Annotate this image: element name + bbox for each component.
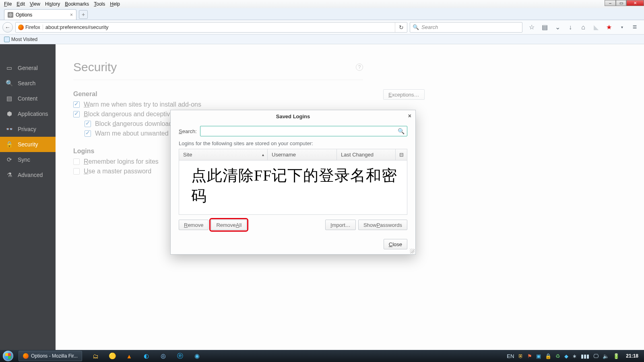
annotation-overlay: 点此清除FF记下的登录名和密码	[191, 165, 397, 207]
dropdown-icon[interactable]: ▾	[618, 25, 625, 29]
saved-logins-dialog: Saved Logins × Search: 🔍 Logins for the …	[170, 110, 416, 255]
reload-button[interactable]: ↻	[395, 23, 407, 32]
tray-clock[interactable]: 21:18	[623, 353, 641, 359]
menu-view[interactable]: View	[27, 0, 43, 8]
url-bar[interactable]: Firefox about:preferences#security ↻	[15, 22, 407, 33]
menu-file[interactable]: FFileile	[2, 0, 14, 8]
menu-tools[interactable]: Tools	[91, 0, 107, 8]
search-icon: 🔍	[6, 80, 13, 87]
page-title: Security ?	[73, 60, 363, 80]
menu-bookmarks[interactable]: Bookmarks	[62, 0, 91, 8]
bookmark-star-icon[interactable]: ☆	[528, 23, 535, 31]
sidebar-item-search[interactable]: 🔍Search	[0, 76, 56, 91]
logins-table-body: 点此清除FF记下的登录名和密码	[179, 160, 407, 214]
dialog-description: Logins for the following sites are store…	[179, 140, 407, 146]
label-warn-addons: Warn me when sites try to install add-on…	[84, 101, 201, 108]
ql-icon-4[interactable]: ◐	[142, 352, 150, 360]
taskbar-firefox[interactable]: Options - Mozilla Fir...	[19, 351, 82, 361]
dialog-search-input[interactable]: 🔍	[200, 126, 407, 136]
tab-options[interactable]: Options ×	[4, 9, 76, 20]
show-passwords-button[interactable]: Show Passwords	[358, 220, 407, 230]
svg-point-0	[10, 14, 11, 16]
pocket-icon[interactable]: ⌄	[554, 23, 561, 31]
label-block-downloads: Block dangerous downloads	[95, 120, 175, 128]
menu-edit[interactable]: Edit	[14, 0, 27, 8]
sidebar-item-advanced[interactable]: ⚗Advanced	[0, 167, 56, 183]
search-icon: 🔍	[410, 24, 421, 30]
tray-cube-icon[interactable]: ▣	[536, 353, 541, 359]
menu-history[interactable]: History	[43, 0, 62, 8]
tray-battery-icon[interactable]: 🔋	[613, 353, 619, 359]
section-general-heading: General	[73, 90, 628, 98]
tray-wifi-icon[interactable]: ▮▮▮	[581, 353, 589, 359]
tray-monitor-icon[interactable]: 🖵	[593, 353, 599, 359]
ql-icon-1[interactable]: 🗂	[92, 352, 99, 360]
window-close-button[interactable]: ✕	[626, 0, 644, 6]
remove-button[interactable]: Remove	[179, 220, 208, 230]
col-site[interactable]: Site▴	[179, 149, 268, 160]
search-placeholder: Search	[421, 24, 438, 30]
tray-shield-icon[interactable]: ⛨	[518, 353, 523, 359]
checkbox-warn-addons[interactable]	[73, 101, 80, 108]
sidebar-item-general[interactable]: ▭General	[0, 60, 56, 76]
checkbox-remember-logins[interactable]	[73, 158, 80, 165]
bookmark-star-red-icon[interactable]: ★	[605, 23, 613, 31]
dialog-close-icon[interactable]: ×	[408, 113, 411, 119]
window-maximize-button[interactable]: ▭	[616, 0, 626, 6]
ql-icon-5[interactable]: ◎	[159, 352, 167, 360]
tray-lock-icon[interactable]: 🔒	[545, 353, 551, 359]
ql-icon-7[interactable]: ◉	[193, 352, 200, 360]
checkbox-warn-unwanted[interactable]	[85, 130, 91, 137]
logins-table: Site▴ Username Last Changed ⊟ 点此清除FF记下的登…	[179, 149, 407, 215]
back-button[interactable]: ←	[2, 22, 13, 33]
ql-icon-3[interactable]: ▲	[126, 352, 133, 360]
sidebar-item-privacy[interactable]: 👓Privacy	[0, 121, 56, 137]
app-menu-button[interactable]: ≡	[631, 23, 638, 31]
import-button[interactable]: Import…	[325, 220, 356, 230]
downloads-icon[interactable]: ↓	[567, 24, 574, 31]
tray-lang[interactable]: EN	[507, 353, 514, 359]
close-button[interactable]: Close	[384, 239, 407, 249]
bookmark-folder-icon	[4, 37, 10, 42]
col-username[interactable]: Username	[268, 149, 337, 160]
ql-ie-icon[interactable]: ⓔ	[176, 352, 184, 360]
sidebar-item-content[interactable]: ▤Content	[0, 91, 56, 106]
sort-asc-icon: ▴	[262, 152, 264, 157]
tray-sync-icon[interactable]: ♻	[555, 353, 560, 359]
bookmark-most-visited[interactable]: Most Visited	[4, 37, 37, 42]
search-icon: 🔍	[398, 128, 405, 134]
system-tray: EN ⛨ ⚑ ▣ 🔒 ♻ ◆ ∗ ▮▮▮ 🖵 🔈 🔋 21:18	[507, 353, 644, 359]
tab-label: Options	[16, 12, 32, 18]
reading-list-icon[interactable]: ▤	[541, 23, 548, 31]
checkbox-master-password[interactable]	[73, 168, 80, 175]
sidebar-item-security[interactable]: 🔒Security	[0, 137, 56, 152]
sidebar-item-sync[interactable]: ⟳Sync	[0, 152, 56, 167]
ql-chrome-icon[interactable]: 🟡	[109, 352, 116, 360]
col-toggle-icon[interactable]: ⊟	[396, 149, 407, 160]
send-icon[interactable]: ◣	[592, 23, 600, 31]
col-last-changed[interactable]: Last Changed	[337, 149, 396, 160]
checkbox-block-dangerous[interactable]	[73, 111, 80, 117]
help-icon[interactable]: ?	[356, 64, 363, 71]
window-minimize-button[interactable]: –	[605, 0, 616, 6]
search-bar[interactable]: 🔍 Search	[410, 22, 522, 33]
navigation-toolbar: ← Firefox about:preferences#security ↻ 🔍…	[0, 20, 644, 35]
tray-bluetooth-icon[interactable]: ∗	[572, 353, 577, 359]
start-button[interactable]	[0, 350, 16, 362]
windows-taskbar: Options - Mozilla Fir... 🗂 🟡 ▲ ◐ ◎ ⓔ ◉ E…	[0, 350, 644, 362]
checkbox-block-downloads[interactable]	[85, 121, 91, 127]
label-remember-logins: Remember logins for sites	[84, 158, 159, 165]
new-tab-button[interactable]: +	[79, 10, 88, 19]
resize-grip-icon[interactable]	[410, 249, 415, 253]
tray-app-icon[interactable]: ◆	[564, 353, 568, 359]
menu-help[interactable]: Help	[107, 0, 122, 8]
tab-close-icon[interactable]: ×	[70, 12, 73, 18]
sync-icon: ⟳	[6, 156, 13, 163]
tray-volume-icon[interactable]: 🔈	[603, 353, 609, 359]
home-icon[interactable]: ⌂	[580, 24, 587, 31]
tray-flag-icon[interactable]: ⚑	[527, 353, 532, 359]
sidebar-item-applications[interactable]: ⬢Applications	[0, 106, 56, 121]
exceptions-button[interactable]: Exceptions…	[383, 89, 425, 100]
remove-all-button[interactable]: Remove All	[211, 220, 247, 230]
identity-box[interactable]: Firefox	[16, 25, 43, 30]
